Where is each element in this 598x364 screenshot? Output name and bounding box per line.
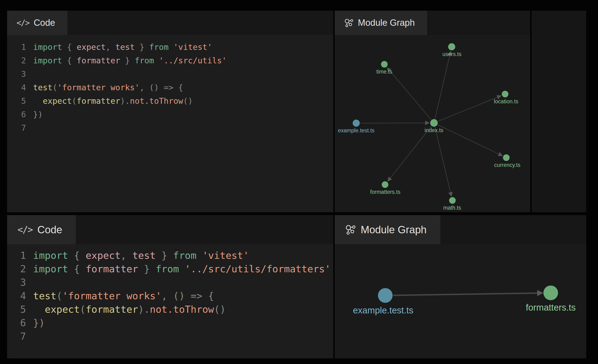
line-number: 2 — [7, 262, 26, 276]
line-number: 2 — [7, 54, 26, 67]
line-number: 6 — [7, 108, 26, 121]
code-icon: </> — [17, 224, 33, 235]
graph-edge — [388, 126, 431, 181]
line-number: 5 — [7, 303, 26, 316]
graph-edge — [438, 96, 500, 121]
code-line: 6}) — [7, 108, 333, 121]
line-number: 1 — [7, 41, 26, 54]
code-text: }) — [26, 108, 43, 121]
code-text: expect(formatter).not.toThrow() — [26, 303, 226, 316]
tab-label: Code — [37, 224, 62, 236]
line-number: 4 — [7, 289, 26, 303]
code-line: 1import { expect, test } from 'vitest' — [7, 249, 333, 262]
code-editor: 1import { expect, test } from 'vitest'2i… — [7, 35, 333, 212]
line-number: 6 — [7, 316, 26, 330]
tab-label: Module Graph — [358, 18, 415, 28]
code-line: 2import { formatter } from '../src/utils… — [7, 54, 333, 67]
code-panel-top: </> Code 1import { expect, test } from '… — [7, 11, 333, 212]
tab-label: Code — [33, 18, 55, 28]
code-panel-bottom-header: </> Code — [7, 215, 333, 244]
graph-node-label: time.ts — [376, 68, 392, 75]
graph-node-label: math.ts — [443, 205, 461, 211]
module-graph-svg: example.test.tsindex.tstime.tsusers.tslo… — [335, 35, 530, 212]
module-graph-panel-top: Module Graph example.test.tsindex.tstime… — [335, 11, 530, 212]
graph-edge — [360, 123, 428, 123]
graph-edge — [435, 52, 450, 119]
code-panel-top-header: </> Code — [7, 11, 333, 35]
code-text: import { expect, test } from 'vitest' — [26, 41, 212, 54]
line-number: 3 — [7, 276, 26, 289]
graph-node-label: users.ts — [442, 51, 462, 57]
code-line: 4test('formatter works', () => { — [7, 81, 333, 94]
line-number: 7 — [7, 330, 26, 343]
code-line: 5 expect(formatter).not.toThrow() — [7, 94, 333, 108]
module-graph-canvas-top: example.test.tsindex.tstime.tsusers.tslo… — [335, 35, 530, 212]
graph-node-label: formatters.ts — [526, 303, 575, 313]
graph-node-location.ts[interactable] — [502, 91, 508, 97]
graph-node-label: index.ts — [424, 127, 443, 133]
code-line: 1import { expect, test } from 'vitest' — [7, 41, 333, 54]
line-number: 7 — [7, 121, 26, 135]
code-text: test('formatter works', () => { — [26, 289, 214, 303]
graph-edge — [388, 68, 431, 120]
code-text: import { formatter } from '../src/utils' — [26, 54, 227, 67]
code-line: 4test('formatter works', () => { — [7, 289, 333, 303]
screenshot-root: </> Code 1import { expect, test } from '… — [0, 0, 598, 364]
module-graph-svg: example.test.tsformatters.ts — [335, 244, 586, 358]
graph-node-currency.ts[interactable] — [503, 154, 510, 161]
graph-edge — [438, 125, 502, 156]
code-icon: </> — [17, 18, 29, 27]
code-lines: 1import { expect, test } from 'vitest'2i… — [7, 244, 333, 343]
code-line: 7 — [7, 121, 333, 135]
graph-node-example.test.ts[interactable] — [353, 120, 360, 127]
code-line: 7 — [7, 330, 333, 343]
line-number: 4 — [7, 81, 26, 94]
module-graph-icon — [345, 224, 356, 235]
graph-node-label: example.test.ts — [353, 305, 413, 315]
code-text: test('formatter works', () => { — [26, 81, 183, 94]
code-text — [26, 330, 33, 343]
line-number: 5 — [7, 94, 26, 108]
code-line: 5 expect(formatter).not.toThrow() — [7, 303, 333, 316]
graph-node-example.test.ts[interactable] — [378, 288, 393, 303]
code-text: import { formatter } from '../src/utils/… — [26, 262, 331, 276]
code-lines: 1import { expect, test } from 'vitest'2i… — [7, 35, 333, 135]
module-graph-bottom-header: Module Graph — [335, 215, 586, 244]
code-panel-bottom: </> Code 1import { expect, test } from '… — [7, 215, 333, 358]
tab-code-top[interactable]: </> Code — [7, 11, 67, 35]
graph-node-label: formatters.ts — [370, 189, 400, 195]
line-number: 1 — [7, 249, 26, 262]
tab-module-graph-bottom[interactable]: Module Graph — [335, 215, 440, 244]
code-text — [26, 121, 33, 135]
module-graph-panel-bottom: Module Graph example.test.tsformatters.t… — [335, 215, 586, 358]
graph-node-label: currency.ts — [494, 162, 521, 168]
module-graph-icon — [344, 18, 354, 28]
line-number: 3 — [7, 67, 26, 81]
graph-node-users.ts[interactable] — [448, 43, 455, 50]
code-text: expect(formatter).not.toThrow() — [26, 94, 193, 108]
graph-node-label: location.ts — [494, 98, 518, 105]
tab-code-bottom[interactable]: </> Code — [7, 215, 76, 244]
partial-neighbor-card — [532, 11, 586, 212]
code-line: 6}) — [7, 316, 333, 330]
module-graph-canvas-bottom: example.test.tsformatters.ts — [335, 244, 586, 358]
graph-node-time.ts[interactable] — [381, 61, 388, 68]
code-line: 2import { formatter } from '../src/utils… — [7, 262, 333, 276]
graph-node-label: example.test.ts — [338, 127, 375, 133]
tab-module-graph-top[interactable]: Module Graph — [335, 11, 427, 35]
graph-node-math.ts[interactable] — [449, 197, 456, 204]
code-text: }) — [26, 316, 45, 330]
code-line: 3 — [7, 67, 333, 81]
code-text — [26, 276, 33, 289]
code-text: import { expect, test } from 'vitest' — [26, 249, 249, 262]
code-editor: 1import { expect, test } from 'vitest'2i… — [7, 244, 333, 358]
code-line: 3 — [7, 276, 333, 289]
module-graph-top-header: Module Graph — [335, 11, 530, 35]
graph-node-formatters.ts[interactable] — [543, 286, 558, 300]
graph-edge — [393, 293, 541, 296]
graph-edge — [435, 127, 451, 196]
graph-node-index.ts[interactable] — [430, 119, 438, 127]
tab-label: Module Graph — [361, 224, 427, 236]
graph-node-formatters.ts[interactable] — [382, 181, 388, 188]
code-text — [26, 67, 33, 81]
